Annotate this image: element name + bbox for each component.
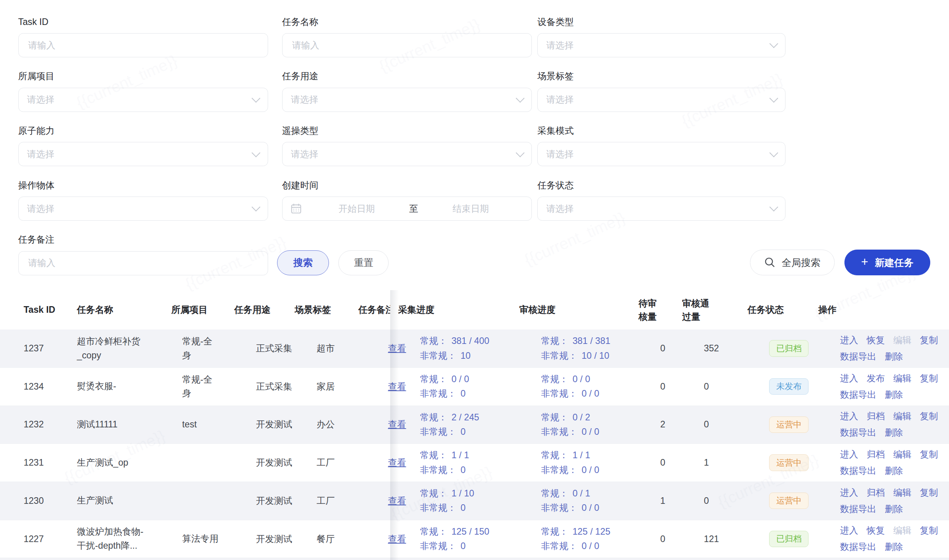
filter-purpose-label: 任务用途: [282, 71, 532, 82]
filter-device-type: 设备类型 请选择: [537, 16, 786, 57]
reset-button[interactable]: 重置: [338, 250, 389, 275]
end-date-placeholder[interactable]: 结束日期: [418, 203, 523, 215]
atomic-ability-select[interactable]: 请选择: [18, 142, 268, 166]
action-link[interactable]: 复制: [920, 409, 938, 424]
action-link[interactable]: 进入: [840, 486, 858, 500]
scene-tag-select[interactable]: 请选择: [537, 88, 786, 112]
cell-task-name: 超市冷鲜柜补货 _copy: [77, 335, 182, 362]
cell-task-name: 微波炉加热食物- 干扰-depth降...: [77, 525, 182, 553]
table-row: 1230 生产测试 开发测试 工厂 查看 常规：1 / 10 非常规：0 常规：…: [0, 482, 949, 520]
regular-label: 常规：: [541, 450, 569, 460]
status-badge: 运营中: [769, 454, 809, 471]
action-link[interactable]: 进入: [840, 409, 858, 424]
project-select[interactable]: 请选择: [18, 88, 268, 112]
cell-remark: 查看: [380, 381, 420, 393]
cell-pending-count: 0: [660, 534, 704, 544]
cell-task-id: 1231: [0, 457, 77, 468]
irregular-label: 非常规：: [541, 351, 578, 361]
collect-regular-value: 1 / 10: [451, 488, 474, 498]
action-link[interactable]: 进入: [840, 333, 858, 347]
action-link[interactable]: 删除: [885, 425, 903, 440]
filter-task-remark: 任务备注: [18, 234, 268, 275]
table-row: 1237 超市冷鲜柜补货 _copy 常规-全 身 正式采集 超市 查看 常规：…: [0, 330, 949, 368]
view-remark-link[interactable]: 查看: [388, 534, 406, 544]
action-link[interactable]: 归档: [867, 409, 885, 424]
action-link[interactable]: 编辑: [893, 447, 912, 462]
collect-irregular-value: 0: [460, 503, 466, 513]
operate-object-select[interactable]: 请选择: [18, 197, 268, 221]
view-remark-link[interactable]: 查看: [388, 381, 406, 392]
device-type-placeholder: 请选择: [546, 39, 574, 51]
regular-label: 常规：: [420, 526, 447, 537]
search-button[interactable]: 搜索: [277, 250, 329, 275]
view-remark-link[interactable]: 查看: [388, 343, 406, 353]
action-link[interactable]: 数据导出: [840, 464, 876, 478]
cell-scene: 超市: [316, 342, 380, 354]
create-time-range-picker[interactable]: 开始日期 至 结束日期: [282, 197, 532, 221]
view-remark-link[interactable]: 查看: [388, 419, 406, 429]
filter-form: Task ID 任务名称 设备类型 请选择 所属项目 请选择: [0, 0, 949, 275]
action-link[interactable]: 数据导出: [840, 388, 876, 402]
cell-scene: 餐厅: [316, 533, 380, 545]
filter-task-name: 任务名称: [282, 16, 532, 57]
teleop-type-select[interactable]: 请选择: [282, 142, 532, 166]
collect-regular-value: 125 / 150: [451, 526, 489, 537]
action-link[interactable]: 数据导出: [840, 540, 876, 554]
action-link[interactable]: 复制: [920, 486, 938, 500]
status-badge: 运营中: [769, 493, 809, 509]
action-link[interactable]: 数据导出: [840, 425, 876, 440]
next-row-sliver: [0, 558, 949, 560]
action-link[interactable]: 数据导出: [840, 502, 876, 516]
action-link[interactable]: 恢复: [867, 523, 885, 538]
task-status-select[interactable]: 请选择: [537, 197, 786, 221]
cell-collect-progress: 常规：381 / 400 非常规：10: [420, 334, 541, 363]
action-link[interactable]: 恢复: [867, 333, 885, 347]
col-header-task-id: Task ID: [0, 305, 77, 315]
action-link[interactable]: 进入: [840, 371, 858, 386]
action-link[interactable]: 编辑: [893, 523, 912, 538]
action-link[interactable]: 删除: [885, 540, 903, 554]
search-icon: [764, 257, 775, 268]
action-link[interactable]: 删除: [885, 349, 903, 364]
action-link[interactable]: 复制: [920, 523, 938, 538]
new-task-button[interactable]: + 新建任务: [844, 250, 930, 275]
action-link[interactable]: 归档: [867, 447, 885, 462]
global-search-button[interactable]: 全局搜索: [750, 250, 835, 275]
chevron-down-icon: [515, 148, 524, 157]
action-link[interactable]: 复制: [920, 447, 938, 462]
collect-irregular-value: 0: [460, 427, 466, 437]
action-link[interactable]: 删除: [885, 388, 903, 402]
action-link[interactable]: 编辑: [893, 371, 912, 386]
view-remark-link[interactable]: 查看: [388, 457, 406, 468]
action-link[interactable]: 删除: [885, 502, 903, 516]
cell-passed-count: 352: [704, 343, 770, 354]
action-link[interactable]: 进入: [840, 447, 858, 462]
cell-task-id: 1234: [0, 381, 77, 392]
action-link[interactable]: 进入: [840, 523, 858, 538]
regular-label: 常规：: [541, 336, 569, 346]
action-link[interactable]: 归档: [867, 486, 885, 500]
collect-mode-select[interactable]: 请选择: [537, 142, 786, 166]
filter-device-type-label: 设备类型: [537, 16, 786, 28]
task-name-input[interactable]: [291, 39, 523, 51]
action-link[interactable]: 编辑: [893, 486, 912, 500]
action-link[interactable]: 数据导出: [840, 349, 876, 364]
task-id-input[interactable]: [27, 39, 259, 51]
regular-label: 常规：: [541, 412, 569, 422]
irregular-label: 非常规：: [420, 351, 456, 361]
view-remark-link[interactable]: 查看: [388, 496, 406, 506]
action-link[interactable]: 编辑: [893, 409, 912, 424]
device-type-select[interactable]: 请选择: [537, 33, 786, 57]
col-header-status: 任务状态: [747, 304, 818, 316]
action-link[interactable]: 复制: [920, 333, 938, 347]
action-link[interactable]: 删除: [885, 464, 903, 478]
action-link[interactable]: 复制: [920, 371, 938, 386]
action-link[interactable]: 编辑: [893, 333, 912, 347]
cell-passed-count: 1: [704, 457, 770, 468]
start-date-placeholder[interactable]: 开始日期: [304, 203, 409, 215]
task-remark-input[interactable]: [27, 257, 259, 269]
cell-actions: 进入 恢复 编辑 复制 数据导出 删除: [840, 333, 949, 364]
action-link[interactable]: 发布: [867, 371, 885, 386]
cell-collect-progress: 常规：0 / 0 非常规：0: [420, 372, 541, 401]
purpose-select[interactable]: 请选择: [282, 88, 532, 112]
